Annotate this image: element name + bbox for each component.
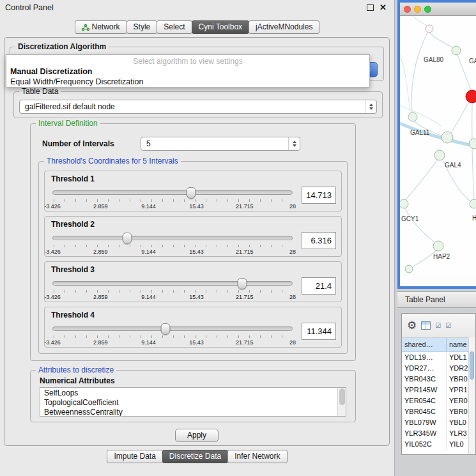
slider-thumb[interactable] (238, 278, 247, 289)
table-cell[interactable]: YBR045C (402, 406, 447, 417)
network-node[interactable] (434, 150, 445, 160)
table-row[interactable]: YER054CYER0 (402, 395, 475, 406)
table-cell[interactable]: YER054C (402, 395, 447, 406)
table-cell[interactable]: YDR27… (402, 363, 447, 374)
combo-value: galFiltered.sif default node (25, 102, 115, 111)
network-node[interactable] (426, 25, 433, 33)
scale-label: 9.144 (141, 339, 156, 346)
network-node[interactable] (469, 139, 476, 149)
threshold-slider[interactable]: -3.4262.8599.14415.4321.71528 (52, 232, 293, 256)
gear-icon[interactable]: ⚙ (407, 320, 417, 331)
table-row[interactable]: YDR27…YDR2 (402, 363, 475, 374)
scale-label: 9.144 (141, 249, 156, 255)
network-node[interactable] (400, 199, 408, 208)
table-header-row: shared…name (402, 338, 475, 352)
list-item[interactable]: TopologicalCoefficient (40, 397, 346, 407)
table-data-combo[interactable]: galFiltered.sif default node (19, 100, 377, 114)
table-cell[interactable]: YBL079W (402, 417, 447, 428)
network-node[interactable] (452, 46, 461, 55)
tab-impute-data[interactable]: Impute Data (107, 450, 162, 463)
table-panel-bar[interactable]: Table Panel (397, 291, 476, 308)
network-node[interactable] (470, 199, 476, 208)
table-cell[interactable]: YLR3 (447, 428, 470, 439)
network-canvas[interactable]: GAL80GAGAL11GAL4GCY1HHAP2 (400, 16, 476, 274)
slider-thumb[interactable] (160, 323, 170, 335)
network-node[interactable] (441, 132, 453, 143)
tab-select[interactable]: Select (157, 20, 192, 34)
table-row[interactable]: YIL052CYIL0 (402, 439, 475, 450)
list-item[interactable]: BetweennessCentrality (40, 407, 346, 417)
tab-infer-network[interactable]: Infer Network (227, 450, 287, 463)
column-header[interactable]: name (447, 338, 470, 351)
table-row[interactable]: YBR043CYBR0 (402, 374, 475, 385)
threshold-value[interactable]: 14.713 (302, 187, 336, 204)
zoom-window-button[interactable] (424, 6, 431, 13)
columns-icon[interactable] (421, 321, 431, 330)
network-window-titlebar[interactable] (400, 3, 476, 16)
scrollbar-thumb[interactable] (339, 388, 345, 405)
table-row[interactable]: YBL079WYBL0 (402, 417, 475, 428)
table-cell[interactable]: YBR043C (402, 374, 447, 385)
stepper-icon (365, 100, 376, 113)
close-window-button[interactable] (404, 6, 411, 13)
tab-jactivemnodules[interactable]: jActiveMNodules (249, 20, 319, 34)
table-cell[interactable]: YBL0 (447, 417, 470, 428)
apply-button[interactable]: Apply (175, 429, 219, 442)
attributes-list[interactable]: SelfLoopsTopologicalCoefficientBetweenne… (40, 387, 346, 417)
float-icon[interactable] (367, 4, 374, 11)
numerical-attributes-label: Numerical Attributes (40, 376, 115, 385)
close-icon[interactable]: ✕ (380, 3, 387, 12)
algorithm-dropdown: Select algorithm to view settings Manual… (6, 54, 370, 88)
slider-track[interactable] (52, 326, 293, 331)
table-cell[interactable]: YIL0 (447, 439, 470, 450)
table-cell[interactable]: YBR0 (447, 406, 470, 417)
checkbox-icon[interactable]: ☑ (435, 323, 441, 329)
tab-network[interactable]: Network (75, 20, 127, 34)
table-cell[interactable]: YBR0 (447, 374, 470, 385)
table-row[interactable]: YLR345WYLR3 (402, 428, 475, 439)
control-panel-titlebar[interactable]: Control Panel ✕ (0, 0, 394, 15)
table-cell[interactable]: YDL1 (447, 352, 470, 363)
minimize-window-button[interactable] (414, 6, 421, 13)
dropdown-item[interactable]: Manual Discretization (6, 66, 369, 77)
table-cell[interactable]: YLR345W (402, 428, 447, 439)
threshold-slider[interactable]: -3.4262.8599.14415.4321.71528 (52, 277, 293, 302)
tab-discretize-data[interactable]: Discretize Data (162, 450, 228, 463)
scrollbar[interactable] (468, 337, 475, 454)
network-node[interactable] (466, 90, 476, 103)
network-node[interactable] (405, 265, 413, 273)
table-cell[interactable]: YER0 (447, 395, 470, 406)
threshold-value[interactable]: 6.316 (302, 232, 336, 249)
slider-track[interactable] (52, 190, 293, 195)
threshold-slider[interactable]: -3.4262.8599.14415.4321.71528 (52, 323, 293, 347)
num-intervals-combo[interactable]: 5 (141, 137, 300, 151)
threshold-slider[interactable]: -3.4262.8599.14415.4321.71528 (52, 187, 293, 211)
list-item[interactable]: SelfLoops (40, 388, 346, 397)
slider-track[interactable] (52, 236, 293, 240)
table-row[interactable]: YPR145WYPR1 (402, 385, 475, 395)
slider-track[interactable] (52, 281, 293, 286)
group-title: Table Data (19, 87, 61, 96)
table-cell[interactable]: YDL19… (402, 352, 447, 363)
slider-scale: -3.4262.8599.14415.4321.71528 (52, 249, 293, 256)
slider-thumb[interactable] (122, 233, 132, 244)
table-cell[interactable]: YIL052C (402, 439, 447, 450)
scrollbar-thumb[interactable] (470, 351, 474, 380)
scrollbar[interactable] (337, 388, 346, 416)
table-cell[interactable]: YPR145W (402, 385, 447, 395)
scale-label: 28 (289, 294, 296, 300)
table-row[interactable]: YDL19…YDL1 (402, 352, 475, 363)
threshold-value[interactable]: 11.344 (302, 323, 336, 340)
checkbox-icon[interactable]: ☑ (445, 323, 451, 329)
network-node[interactable] (433, 241, 443, 251)
table-cell[interactable]: YDR2 (447, 363, 470, 374)
slider-thumb[interactable] (186, 187, 196, 199)
threshold-value[interactable]: 21.4 (302, 277, 336, 295)
network-node[interactable] (408, 112, 417, 121)
table-row[interactable]: YBR045CYBR0 (402, 406, 475, 417)
column-header[interactable]: shared… (402, 338, 447, 351)
table-cell[interactable]: YPR1 (447, 385, 470, 395)
tab-style[interactable]: Style (127, 20, 158, 34)
dropdown-item[interactable]: Equal Width/Frequency Discretization (6, 77, 369, 87)
tab-cyni-toolbox[interactable]: Cyni Toolbox (192, 20, 249, 34)
